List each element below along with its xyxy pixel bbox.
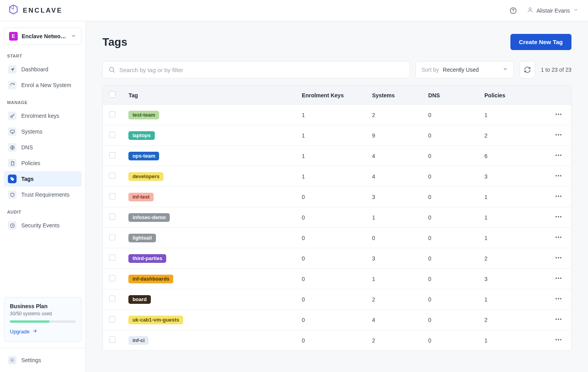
sidebar-item-trust[interactable]: Trust Requirements xyxy=(4,187,82,203)
row-checkbox[interactable] xyxy=(109,234,115,240)
cell-keys: 0 xyxy=(295,310,365,330)
svg-rect-4 xyxy=(10,130,14,133)
tag-chip[interactable]: inf-dashboards xyxy=(128,275,173,283)
search-input[interactable] xyxy=(119,67,404,73)
create-tag-button[interactable]: Create New Tag xyxy=(510,34,571,50)
table-row: lightsail0001 xyxy=(103,228,571,248)
row-actions-button[interactable] xyxy=(555,213,562,221)
cell-policies: 2 xyxy=(478,248,548,269)
key-icon xyxy=(8,112,17,120)
row-checkbox[interactable] xyxy=(109,255,115,261)
sidebar-item-label: Dashboard xyxy=(21,66,48,73)
table-row: inf-ci0201 xyxy=(103,330,571,351)
sidebar-item-label: Settings xyxy=(21,357,41,363)
help-icon[interactable] xyxy=(509,6,518,15)
tag-chip[interactable]: ops-team xyxy=(128,152,159,160)
plan-progress xyxy=(10,320,76,323)
row-actions-button[interactable] xyxy=(555,131,562,139)
row-actions-button[interactable] xyxy=(555,315,562,323)
row-checkbox[interactable] xyxy=(109,275,115,281)
tag-chip[interactable]: infosec-demo xyxy=(128,213,170,222)
row-actions-button[interactable] xyxy=(555,110,562,118)
upgrade-link[interactable]: Upgrade xyxy=(10,328,76,335)
sort-label: Sort by xyxy=(421,67,439,73)
cell-dns: 0 xyxy=(422,187,478,207)
main-content: Tags Create New Tag Sort by Recently Use… xyxy=(86,21,588,372)
row-checkbox[interactable] xyxy=(109,316,115,322)
user-menu[interactable]: Alistair Evans xyxy=(527,7,579,14)
sidebar-item-dns[interactable]: DNS xyxy=(4,140,82,155)
svg-point-35 xyxy=(558,277,559,279)
sidebar-item-tags[interactable]: Tags xyxy=(4,171,82,187)
select-all-checkbox[interactable] xyxy=(109,91,115,98)
table-row: ops-team1406 xyxy=(103,146,571,166)
cell-dns: 0 xyxy=(422,269,478,289)
row-actions-button[interactable] xyxy=(555,274,562,282)
shield-icon xyxy=(8,190,17,199)
row-actions-button[interactable] xyxy=(555,233,562,241)
sidebar-item-security-events[interactable]: Security Events xyxy=(4,218,82,233)
tag-chip[interactable]: uk-cab1-vm-guests xyxy=(128,316,183,324)
search-box[interactable] xyxy=(102,61,410,78)
svg-point-36 xyxy=(560,277,562,279)
nav-group-label: START xyxy=(4,54,82,61)
row-actions-button[interactable] xyxy=(555,336,562,344)
row-actions-button[interactable] xyxy=(555,192,562,200)
table-row: test-team1201 xyxy=(103,105,571,125)
sidebar-item-settings[interactable]: Settings xyxy=(4,352,82,368)
svg-point-16 xyxy=(556,154,557,156)
tag-chip[interactable]: inf-test xyxy=(128,193,153,201)
row-checkbox[interactable] xyxy=(109,173,115,179)
sidebar-item-label: Enrol a New System xyxy=(21,82,71,88)
chevron-down-icon xyxy=(503,66,508,73)
nav-arrow-icon xyxy=(8,65,17,74)
cell-dns: 0 xyxy=(422,330,478,351)
svg-point-6 xyxy=(11,178,12,179)
sidebar-item-enrol[interactable]: Enrol a New System xyxy=(4,77,82,93)
cell-dns: 0 xyxy=(422,125,478,146)
sort-select[interactable]: Sort by Recently Used xyxy=(415,61,514,78)
tag-chip[interactable]: lightsail xyxy=(128,234,156,242)
cell-keys: 0 xyxy=(295,187,365,207)
row-checkbox[interactable] xyxy=(109,214,115,220)
svg-point-23 xyxy=(558,195,559,197)
svg-point-9 xyxy=(109,67,114,72)
tag-chip[interactable]: laptops xyxy=(128,131,154,140)
tag-chip[interactable]: test-team xyxy=(128,111,159,119)
row-actions-button[interactable] xyxy=(555,254,562,262)
row-checkbox[interactable] xyxy=(109,132,115,138)
globe-icon xyxy=(8,143,17,152)
row-checkbox[interactable] xyxy=(109,296,115,302)
svg-point-37 xyxy=(556,298,557,299)
sidebar: E Enclave Networks … STARTDashboardEnrol… xyxy=(0,21,86,372)
svg-point-38 xyxy=(558,298,559,299)
sidebar-item-dashboard[interactable]: Dashboard xyxy=(4,61,82,77)
cell-keys: 0 xyxy=(295,248,365,269)
sidebar-item-enrolment-keys[interactable]: Enrolment keys xyxy=(4,108,82,124)
sidebar-item-systems[interactable]: Systems xyxy=(4,124,82,140)
row-checkbox[interactable] xyxy=(109,152,115,158)
row-checkbox[interactable] xyxy=(109,111,115,117)
row-actions-button[interactable] xyxy=(555,295,562,303)
sidebar-item-policies[interactable]: Policies xyxy=(4,155,82,171)
cell-dns: 0 xyxy=(422,166,478,187)
tag-chip[interactable]: board xyxy=(128,295,150,304)
tags-table: Tag Enrolment Keys Systems DNS Policies … xyxy=(102,86,571,351)
cell-policies: 1 xyxy=(478,207,548,228)
svg-point-26 xyxy=(558,216,559,217)
row-checkbox[interactable] xyxy=(109,193,115,199)
cell-systems: 0 xyxy=(366,228,422,248)
cell-systems: 9 xyxy=(366,125,422,146)
row-actions-button[interactable] xyxy=(555,172,562,180)
refresh-button[interactable] xyxy=(519,61,535,78)
tag-chip[interactable]: third-parties xyxy=(128,254,166,263)
org-switcher[interactable]: E Enclave Networks … xyxy=(4,28,82,45)
tag-chip[interactable]: inf-ci xyxy=(128,336,148,345)
svg-point-19 xyxy=(556,175,557,176)
tag-chip[interactable]: developers xyxy=(128,172,163,181)
row-checkbox[interactable] xyxy=(109,337,115,343)
row-actions-button[interactable] xyxy=(555,151,562,159)
search-icon xyxy=(108,66,115,73)
chevron-down-icon xyxy=(71,33,76,40)
doc-icon xyxy=(8,159,17,167)
